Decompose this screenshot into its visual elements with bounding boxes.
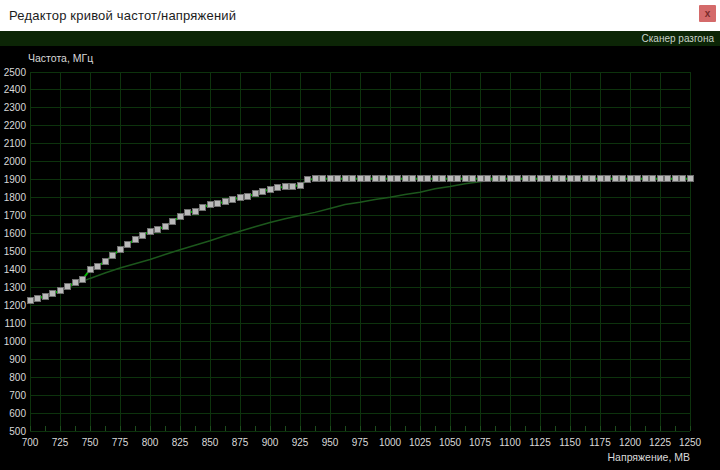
vf-point-marker[interactable]	[642, 176, 648, 182]
vf-point-marker[interactable]	[275, 185, 281, 191]
vf-point-marker[interactable]	[372, 176, 378, 182]
close-button[interactable]: x	[699, 5, 716, 22]
vf-point-marker[interactable]	[260, 189, 266, 195]
vf-point-marker[interactable]	[680, 176, 686, 182]
vf-point-marker[interactable]	[110, 253, 116, 259]
x-tick-label: 1125	[529, 437, 551, 448]
vf-point-marker[interactable]	[230, 197, 236, 203]
vf-point-marker[interactable]	[57, 288, 63, 294]
vf-point-marker[interactable]	[687, 176, 693, 182]
vf-point-marker[interactable]	[222, 199, 228, 205]
vf-point-marker[interactable]	[42, 293, 48, 299]
vf-point-marker[interactable]	[455, 176, 461, 182]
vf-point-marker[interactable]	[665, 176, 671, 182]
vf-point-marker[interactable]	[117, 247, 123, 253]
vf-point-marker[interactable]	[185, 210, 191, 216]
vf-point-marker[interactable]	[605, 176, 611, 182]
vf-point-marker[interactable]	[500, 176, 506, 182]
vf-point-marker[interactable]	[350, 176, 356, 182]
vf-point-marker[interactable]	[462, 176, 468, 182]
vf-point-marker[interactable]	[470, 176, 476, 182]
vf-point-marker[interactable]	[432, 176, 438, 182]
vf-point-marker[interactable]	[162, 223, 168, 229]
vf-point-marker[interactable]	[552, 176, 558, 182]
vf-point-marker[interactable]	[380, 176, 386, 182]
x-tick-label: 1200	[619, 437, 642, 448]
vf-point-marker[interactable]	[335, 176, 341, 182]
vf-point-marker[interactable]	[657, 176, 663, 182]
vf-point-marker[interactable]	[530, 176, 536, 182]
vf-point-marker[interactable]	[132, 237, 138, 243]
vf-chart[interactable]: 2500240023002200210020001900180017001600…	[0, 46, 720, 470]
vf-point-marker[interactable]	[312, 176, 318, 182]
vf-point-marker[interactable]	[192, 208, 198, 214]
vf-point-marker[interactable]	[627, 176, 633, 182]
vf-point-marker[interactable]	[200, 205, 206, 211]
vf-point-marker[interactable]	[155, 227, 161, 233]
vf-point-marker[interactable]	[177, 214, 183, 220]
vf-point-marker[interactable]	[35, 295, 41, 301]
vf-point-marker[interactable]	[672, 176, 678, 182]
vf-point-marker[interactable]	[440, 176, 446, 182]
vf-point-marker[interactable]	[357, 176, 363, 182]
vf-point-marker[interactable]	[560, 176, 566, 182]
vf-point-marker[interactable]	[245, 194, 251, 200]
vf-point-marker[interactable]	[125, 241, 131, 247]
vf-point-marker[interactable]	[567, 176, 573, 182]
vf-point-marker[interactable]	[147, 229, 153, 235]
vf-point-marker[interactable]	[327, 176, 333, 182]
vf-point-marker[interactable]	[612, 176, 618, 182]
vf-point-marker[interactable]	[80, 277, 86, 283]
vf-point-marker[interactable]	[395, 176, 401, 182]
vf-point-marker[interactable]	[252, 191, 258, 197]
vf-point-marker[interactable]	[72, 280, 78, 286]
vf-point-marker[interactable]	[87, 267, 93, 273]
y-tick-label: 600	[9, 408, 26, 419]
vf-point-marker[interactable]	[305, 177, 311, 183]
y-tick-label: 900	[9, 354, 26, 365]
vf-point-marker[interactable]	[597, 176, 603, 182]
vf-point-marker[interactable]	[410, 176, 416, 182]
vf-point-marker[interactable]	[320, 176, 326, 182]
vf-point-marker[interactable]	[290, 183, 296, 189]
vf-point-marker[interactable]	[65, 284, 71, 290]
vf-point-marker[interactable]	[515, 176, 521, 182]
x-tick-label: 1150	[559, 437, 581, 448]
vf-point-marker[interactable]	[207, 201, 213, 207]
vf-point-marker[interactable]	[140, 232, 146, 238]
vf-point-marker[interactable]	[402, 176, 408, 182]
vf-point-marker[interactable]	[582, 176, 588, 182]
vf-point-marker[interactable]	[477, 176, 483, 182]
vf-point-marker[interactable]	[297, 182, 303, 188]
vf-point-marker[interactable]	[590, 176, 596, 182]
vf-point-marker[interactable]	[170, 219, 176, 225]
vf-point-marker[interactable]	[485, 176, 491, 182]
y-tick-label: 500	[9, 426, 26, 437]
vf-point-marker[interactable]	[102, 259, 108, 265]
vf-point-marker[interactable]	[537, 176, 543, 182]
vf-point-marker[interactable]	[387, 176, 393, 182]
vf-point-marker[interactable]	[365, 176, 371, 182]
vf-point-marker[interactable]	[425, 176, 431, 182]
vf-point-marker[interactable]	[95, 263, 101, 269]
y-tick-label: 1200	[4, 300, 27, 311]
vf-point-marker[interactable]	[575, 176, 581, 182]
vf-point-marker[interactable]	[282, 184, 288, 190]
vf-point-marker[interactable]	[447, 176, 453, 182]
vf-point-marker[interactable]	[650, 176, 656, 182]
vf-point-marker[interactable]	[492, 176, 498, 182]
vf-point-marker[interactable]	[27, 298, 33, 304]
vf-point-marker[interactable]	[620, 176, 626, 182]
vf-point-marker[interactable]	[635, 176, 641, 182]
oc-scanner-link[interactable]: Сканер разгона	[642, 33, 714, 44]
vf-point-marker[interactable]	[545, 176, 551, 182]
vf-point-marker[interactable]	[522, 176, 528, 182]
vf-point-marker[interactable]	[417, 176, 423, 182]
vf-point-marker[interactable]	[267, 186, 273, 192]
vf-point-marker[interactable]	[342, 176, 348, 182]
x-tick-label: 950	[322, 437, 339, 448]
vf-point-marker[interactable]	[50, 291, 56, 297]
vf-point-marker[interactable]	[215, 200, 221, 206]
vf-point-marker[interactable]	[507, 176, 513, 182]
vf-point-marker[interactable]	[237, 194, 243, 200]
